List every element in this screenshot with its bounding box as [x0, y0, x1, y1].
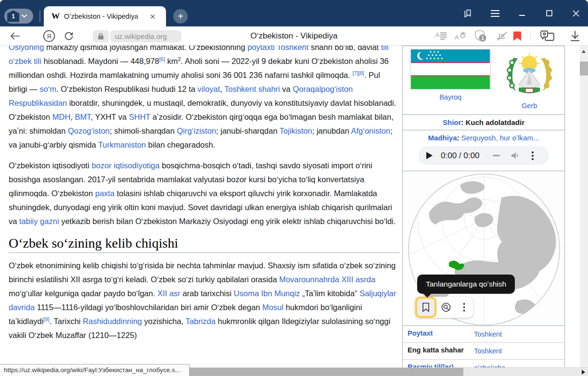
text-run: Oʻzbekiston iqtisodiyoti — [9, 161, 91, 170]
article-link[interactable]: Toshkent shahri — [224, 85, 280, 93]
camera-search-icon — [441, 302, 451, 313]
javascript-blocked-icon[interactable]: JS — [496, 31, 509, 41]
paragraph: Osiyoning markaziy qismida joylashgan ma… — [9, 40, 399, 152]
article-link[interactable]: Qirgʻiziston — [177, 126, 216, 135]
text-run: yozishicha, — [142, 317, 186, 326]
bookmarks-panel-icon[interactable] — [463, 8, 473, 19]
article-link[interactable]: bozor iqtisodiyotiga — [91, 161, 159, 170]
article-link[interactable]: soʻm — [39, 85, 56, 93]
back-button[interactable] — [10, 32, 20, 40]
reference-link[interactable]: [6] — [159, 56, 165, 62]
tab-title: Oʻzbekiston - Vikipediya — [64, 13, 147, 20]
text-run: , — [70, 113, 75, 121]
article-link[interactable]: Usoma Ibn Munqiz — [234, 289, 300, 298]
svg-text:A: A — [455, 34, 459, 41]
anthem-link[interactable]: Madhiya — [428, 134, 457, 142]
text-run: . Oʻzbekiston Respublikasi hududi 12 ta — [56, 85, 198, 93]
uzbekistan-emblem-image[interactable] — [504, 49, 554, 98]
reference-link[interactable]: [7][8] — [352, 70, 364, 76]
close-button[interactable] — [571, 8, 581, 19]
translate-icon[interactable]: A — [455, 31, 467, 41]
svg-text:Я: Я — [47, 33, 51, 40]
address-bar[interactable]: uz.wikipedia.org — [110, 30, 181, 42]
navigation-toolbar: Я uz.wikipedia.org Oʻzbekiston - Vikiped… — [0, 26, 588, 46]
tab-close-icon[interactable]: ✕ — [150, 13, 156, 20]
paragraph: Oʻzbekiston iqtisodiyoti bozor iqtisodiy… — [9, 159, 399, 228]
svg-text:A: A — [435, 32, 439, 38]
add-to-collections-tooltip: Tanlanganlarga qoʻshish — [417, 275, 515, 294]
infobox-row: PoytaxtToshkent — [403, 326, 564, 343]
scroll-right-arrow-icon[interactable] — [582, 370, 585, 375]
infobox-value-link[interactable]: Toshkent — [474, 330, 502, 338]
reference-link[interactable]: [9] — [43, 316, 49, 322]
uzbekistan-flag-image[interactable] — [410, 49, 491, 89]
page-title: Oʻzbekiston - Vikipediya — [250, 31, 337, 41]
new-tab-button[interactable]: + — [173, 9, 188, 24]
article-link[interactable]: XII asr — [157, 289, 180, 298]
text-run: arab tarixchisi — [180, 289, 234, 298]
article-link[interactable]: Turkmaniston — [98, 140, 146, 149]
vertical-scrollbar[interactable] — [580, 46, 588, 376]
infobox-media-row: Bayroq — [403, 46, 564, 114]
scroll-up-arrow-icon[interactable] — [582, 50, 586, 53]
article-link[interactable]: Tabrizda — [186, 317, 216, 326]
text-run: „Taʼlim kitobida“ — [300, 289, 359, 298]
site-security-button[interactable] — [93, 30, 109, 42]
collections-icon[interactable] — [540, 30, 557, 42]
article-link[interactable]: BMT — [75, 113, 91, 121]
player-menu-icon[interactable] — [532, 151, 534, 160]
article-link[interactable]: SHHT — [129, 113, 151, 121]
reader-mode-icon[interactable]: A — [435, 31, 447, 41]
text-run: yetkazib berish bilan Oʻzbekiston Markaz… — [59, 217, 396, 226]
text-run: moʻgʻullar kelguniga qadar paydo boʻlgan… — [9, 289, 157, 298]
article-link[interactable]: Movarounnahrda XIII asrda — [279, 275, 375, 284]
reload-button[interactable] — [64, 31, 74, 41]
infobox-row-label[interactable]: Poytaxt — [408, 329, 474, 339]
infobox-value-link[interactable]: Toshkent — [474, 347, 502, 355]
text-run: km — [165, 57, 178, 65]
article-body: Osiyoning markaziy qismida joylashgan ma… — [9, 40, 399, 349]
motto-link[interactable]: Shior — [443, 118, 461, 126]
tab-group-button[interactable]: 1 — [4, 9, 33, 24]
page-content: Osiyoning markaziy qismida joylashgan ma… — [0, 46, 588, 376]
status-link-preview: https://uz.wikipedia.org/wiki/Fayl:Узбек… — [0, 364, 190, 376]
wikipedia-favicon: W — [51, 12, 60, 21]
titlebar-divider — [39, 11, 40, 22]
bookmark-added-icon[interactable] — [513, 31, 522, 41]
infobox-row-value: Toshkent — [474, 346, 502, 356]
article-link[interactable]: Qozogʻiston — [68, 126, 110, 135]
article-link[interactable]: Rashiduddinning — [83, 317, 142, 326]
text-run: bilan chegaradosh. — [146, 140, 215, 149]
play-icon[interactable] — [426, 151, 433, 160]
vertical-scroll-thumb[interactable] — [580, 62, 588, 75]
article-link[interactable]: Tojikiston — [280, 126, 312, 135]
titlebar: 1 W Oʻzbekiston - Vikipediya ✕ + — [0, 0, 588, 26]
article-link[interactable]: MDH — [52, 113, 71, 121]
article-link[interactable]: tabiiy gazni — [19, 217, 59, 226]
add-bookmark-button[interactable] — [415, 297, 436, 318]
downloads-icon[interactable] — [570, 30, 580, 42]
player-time: 0:00 / 0:00 — [441, 151, 479, 161]
menu-icon[interactable] — [490, 8, 500, 19]
protect-shield-icon[interactable]: 1 — [474, 29, 488, 43]
article-link[interactable]: Afgʻoniston — [351, 126, 390, 135]
flag-link[interactable]: Bayroq — [439, 93, 461, 101]
country-infobox: Bayroq — [402, 46, 565, 376]
article-link[interactable]: Mosul — [262, 303, 283, 312]
active-tab[interactable]: W Oʻzbekiston - Vikipediya ✕ — [44, 6, 166, 26]
maximize-button[interactable] — [544, 8, 554, 19]
yandex-home-icon[interactable]: Я — [43, 30, 55, 42]
article-link[interactable]: oʻzbek tili — [9, 57, 41, 65]
infobox-row-label: Eng katta shahar — [408, 346, 474, 356]
emblem-link[interactable]: Gerb — [522, 102, 537, 110]
article-link[interactable]: paxta — [95, 189, 115, 198]
minimize-button[interactable] — [517, 8, 527, 19]
player-seek-dash[interactable] — [493, 155, 500, 156]
text-run: , YXHT va — [91, 113, 129, 121]
article-link[interactable]: viloyat — [198, 85, 220, 93]
search-by-image-button[interactable] — [436, 297, 455, 318]
section-heading: Oʻzbek soʻzining kelib chiqishi — [9, 236, 399, 253]
volume-icon[interactable] — [511, 151, 520, 160]
image-more-button[interactable] — [455, 297, 473, 318]
anthem-title-link[interactable]: Serquyosh, hur oʻlkam... — [461, 134, 539, 142]
